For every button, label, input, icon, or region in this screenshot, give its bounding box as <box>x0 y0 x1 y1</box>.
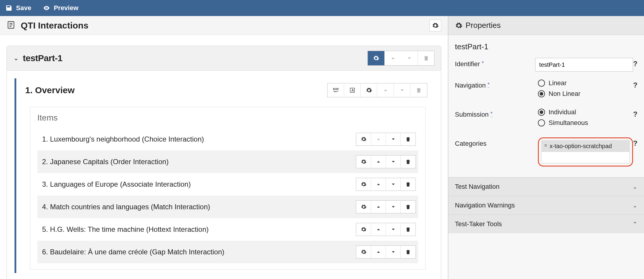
item-label: 6. Baudelaire: À une dame créole (Gap Ma… <box>42 248 224 256</box>
eye-icon <box>43 4 50 12</box>
submission-label: Submission <box>455 111 489 118</box>
save-icon <box>5 4 12 12</box>
sub-simultaneous-option[interactable]: Simultaneous <box>538 119 633 127</box>
item-label: 1. Luxembourg's neighborhood (Choice Int… <box>42 135 204 143</box>
item-row: 3. Languages of Europe (Associate Intera… <box>37 173 418 196</box>
item-label: 2. Japanese Capitals (Order Interaction) <box>42 158 169 166</box>
accordion-test-taker-tools[interactable]: Test-Taker Tools ⌃ <box>448 215 644 233</box>
editor-settings-button[interactable] <box>429 20 441 31</box>
section-delete-button[interactable] <box>410 83 427 97</box>
part-move-down-button[interactable] <box>401 51 418 65</box>
section-rubric-button[interactable]: +□ <box>327 83 344 97</box>
gear-icon <box>455 22 463 29</box>
item-move-up-button[interactable] <box>371 156 386 168</box>
save-button[interactable]: Save <box>5 4 31 12</box>
properties-header: Properties <box>448 16 644 35</box>
chevron-down-icon <box>399 87 405 93</box>
chevron-down-icon <box>406 55 413 61</box>
part-settings-button[interactable] <box>368 51 384 65</box>
item-move-up-button[interactable] <box>371 246 386 258</box>
items-box: Items 1. Luxembourg's neighborhood (Choi… <box>30 107 426 270</box>
categories-help[interactable]: ? <box>633 137 637 167</box>
categories-label: Categories <box>455 140 486 147</box>
item-move-up-button[interactable] <box>371 133 386 145</box>
trash-icon <box>423 55 429 61</box>
gear-icon <box>361 204 367 210</box>
section-move-up-button[interactable] <box>377 83 394 97</box>
gear-icon <box>361 136 367 142</box>
editor-column: QTI Interactions ⌄ testPart-1 <box>0 16 448 279</box>
chevron-up-icon <box>382 87 389 93</box>
trash-icon <box>416 87 422 93</box>
chevron-down-icon[interactable]: ⌄ <box>13 54 19 62</box>
item-delete-button[interactable] <box>401 201 416 213</box>
gear-icon <box>373 55 379 61</box>
item-label: 5. H.G. Wells: The time machine (Hottext… <box>42 225 209 234</box>
item-row: 2. Japanese Capitals (Order Interaction) <box>37 150 418 173</box>
part-move-up-button[interactable] <box>384 51 401 65</box>
item-label: 3. Languages of Europe (Associate Intera… <box>42 180 191 188</box>
item-move-down-button[interactable] <box>386 178 401 191</box>
identifier-label: Identifier <box>455 60 480 68</box>
trash-icon <box>405 159 411 165</box>
submission-help[interactable]: ? <box>633 108 637 130</box>
preview-button[interactable]: Preview <box>43 4 78 12</box>
item-move-up-button[interactable] <box>371 201 386 213</box>
item-delete-button[interactable] <box>401 223 416 236</box>
chevron-up-icon <box>375 226 381 232</box>
item-row: 6. Baudelaire: À une dame créole (Gap Ma… <box>37 241 418 263</box>
section-move-down-button[interactable] <box>394 83 410 97</box>
item-delete-button[interactable] <box>401 178 416 191</box>
identifier-input[interactable] <box>535 58 633 72</box>
item-settings-button[interactable] <box>356 223 371 236</box>
item-move-down-button[interactable] <box>386 156 401 168</box>
section-settings-button[interactable] <box>361 83 377 97</box>
trash-icon <box>405 181 411 187</box>
gear-icon <box>361 249 367 255</box>
sub-individual-option[interactable]: Individual <box>538 108 633 116</box>
identifier-row: Identifier * ? <box>455 58 637 72</box>
item-move-down-button[interactable] <box>386 246 401 258</box>
part-action-group <box>367 51 434 66</box>
properties-part-name: testPart-1 <box>455 42 637 51</box>
item-settings-button[interactable] <box>356 246 371 258</box>
chevron-down-icon <box>390 181 396 187</box>
navigation-row: Navigation * Linear Non Linear ? <box>455 79 637 101</box>
remove-tag-button[interactable]: × <box>544 142 547 149</box>
accordion-navigation-warnings[interactable]: Navigation Warnings ⌄ <box>448 196 644 215</box>
item-actions <box>356 200 416 213</box>
item-actions <box>356 178 416 191</box>
properties-title: Properties <box>466 21 501 30</box>
item-row: 4. Match countries and languages (Match … <box>37 196 418 218</box>
navigation-help[interactable]: ? <box>633 79 637 101</box>
chevron-down-icon <box>390 226 396 232</box>
item-delete-button[interactable] <box>401 133 416 145</box>
chevron-down-icon <box>390 249 396 255</box>
item-actions <box>356 133 416 146</box>
section-title: 1. Overview <box>25 85 75 95</box>
item-delete-button[interactable] <box>401 156 416 168</box>
item-move-up-button[interactable] <box>371 223 386 236</box>
section-text-button[interactable] <box>344 83 361 97</box>
item-settings-button[interactable] <box>356 156 371 168</box>
nav-linear-option[interactable]: Linear <box>538 79 633 87</box>
item-move-up-button[interactable] <box>371 178 386 191</box>
part-delete-button[interactable] <box>418 51 434 65</box>
item-move-down-button[interactable] <box>386 223 401 236</box>
gear-icon <box>361 226 367 232</box>
submission-row: Submission * Individual Simultaneous ? <box>455 108 637 130</box>
svg-rect-8 <box>350 88 354 93</box>
chevron-down-icon: ⌄ <box>632 183 637 190</box>
item-move-down-button[interactable] <box>386 133 401 145</box>
identifier-help[interactable]: ? <box>633 58 637 72</box>
categories-input[interactable] <box>541 152 630 163</box>
svg-text:+□: +□ <box>334 91 337 93</box>
nav-nonlinear-option[interactable]: Non Linear <box>538 90 633 98</box>
item-settings-button[interactable] <box>356 133 371 145</box>
item-move-down-button[interactable] <box>386 201 401 213</box>
item-settings-button[interactable] <box>356 178 371 191</box>
item-delete-button[interactable] <box>401 246 416 258</box>
chevron-up-icon <box>375 249 381 255</box>
accordion-test-navigation[interactable]: Test Navigation ⌄ <box>448 177 644 196</box>
item-settings-button[interactable] <box>356 201 371 213</box>
